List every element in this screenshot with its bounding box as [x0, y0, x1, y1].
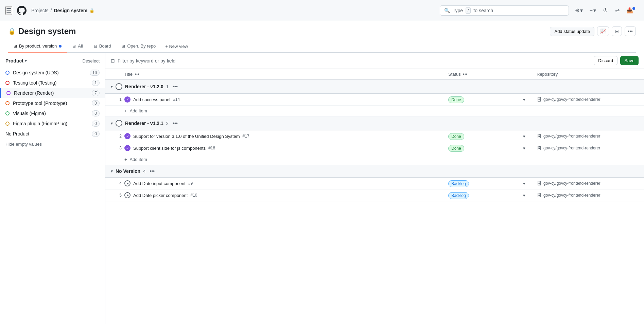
- group-count: 2: [166, 121, 169, 126]
- sidebar-item-count: 0: [92, 100, 100, 106]
- title-col-more[interactable]: •••: [135, 72, 139, 77]
- search-bar[interactable]: 🔍 Type / to search: [440, 5, 569, 16]
- row-title-text[interactable]: Add Date picker component: [133, 193, 188, 198]
- sidebar-item-design-system[interactable]: Design system (UDS) 16: [0, 68, 105, 78]
- tab-icon: ⊞: [14, 44, 17, 49]
- row-number: 1: [111, 97, 124, 102]
- row-title-text[interactable]: Support for version 3.1.0 of the Unified…: [133, 134, 240, 139]
- row-issue-number: #10: [190, 193, 197, 198]
- status-badge[interactable]: Done: [448, 96, 464, 103]
- inbox-button[interactable]: 📥: [624, 6, 639, 15]
- pr-icon: ⇌: [615, 7, 620, 14]
- page-header: 🔒 Design system Add status update 📈 ⊟ ••…: [0, 21, 644, 53]
- row-title-text[interactable]: Add success panel: [133, 97, 170, 102]
- tab-label: Open, By repo: [127, 43, 156, 49]
- product-dot-red: [5, 81, 10, 85]
- discard-button[interactable]: Discard: [594, 56, 617, 65]
- timer-button[interactable]: ⏱: [601, 6, 610, 15]
- copilot-button[interactable]: ⊕ ▾: [573, 6, 585, 15]
- view-tabs: ⊞ By product, version ⊞ All ⊟ Board ⊞ Op…: [8, 40, 636, 53]
- projects-link[interactable]: Projects: [31, 8, 49, 13]
- filter-icon: ⊟: [111, 58, 115, 63]
- sidebar-item-label: Visuals (Figma): [13, 111, 46, 116]
- row-title: ✓ Support for version 3.1.0 of the Unifi…: [124, 133, 448, 139]
- search-label: Type: [453, 8, 463, 13]
- sidebar-item-visuals[interactable]: Visuals (Figma) 0: [0, 108, 105, 119]
- status-badge[interactable]: Done: [448, 133, 464, 140]
- tab-by-product-version[interactable]: ⊞ By product, version: [8, 40, 67, 53]
- sidebar-item-renderer[interactable]: Renderer (Render) 7: [0, 88, 105, 98]
- hide-empty-values[interactable]: Hide empty values: [0, 139, 105, 149]
- row-title: Add Date picker component #10: [124, 192, 448, 198]
- repo-name: gov-cy/govcy-frontend-renderer: [543, 134, 600, 139]
- new-view-button[interactable]: + New view: [161, 41, 192, 52]
- sidebar-item-testing-tool[interactable]: Testing tool (Testing) 1: [0, 78, 105, 88]
- filter-input[interactable]: ⊟ Filter by keyword or by field: [111, 58, 594, 63]
- add-status-button[interactable]: Add status update: [550, 27, 594, 36]
- table-row: 4 Add Date input component #9 Backlog ▾ …: [105, 178, 644, 189]
- repo-name: gov-cy/govcy-frontend-renderer: [543, 193, 600, 198]
- add-item-group1[interactable]: + Add item: [105, 106, 644, 116]
- group-more-icon[interactable]: •••: [173, 84, 178, 89]
- create-chevron: ▾: [593, 7, 596, 14]
- row-title-text[interactable]: Support client side for js components: [133, 146, 206, 151]
- add-item-group2[interactable]: + Add item: [105, 154, 644, 165]
- status-col-more[interactable]: •••: [463, 72, 468, 77]
- chart-icon-button[interactable]: 📈: [597, 26, 609, 36]
- hamburger-menu[interactable]: ☰: [5, 6, 12, 15]
- repo-name: gov-cy/govcy-frontend-renderer: [543, 97, 600, 102]
- chevron-down-icon: ▾: [25, 59, 27, 63]
- repo-icon: 🗄: [537, 97, 541, 102]
- sidebar-item-no-product[interactable]: No Product 0: [0, 129, 105, 139]
- create-button[interactable]: + ▾: [588, 6, 598, 15]
- pullrequest-button[interactable]: ⇌: [613, 6, 622, 15]
- add-item-label: Add item: [130, 108, 147, 113]
- sidebar-title[interactable]: Product ▾: [5, 58, 27, 63]
- status-badge[interactable]: Done: [448, 145, 464, 152]
- repo-icon: 🗄: [537, 133, 541, 139]
- copilot-icon: ⊕: [575, 7, 579, 14]
- row-repository: 🗄 gov-cy/govcy-frontend-renderer: [537, 97, 639, 102]
- tab-board[interactable]: ⊟ Board: [88, 40, 117, 53]
- group-count: 4: [143, 169, 145, 174]
- row-title-text[interactable]: Add Date input component: [133, 181, 186, 186]
- layout-icon-button[interactable]: ⊟: [612, 26, 622, 36]
- group-chevron: ▾: [111, 169, 113, 174]
- tab-all[interactable]: ⊞ All: [67, 40, 88, 53]
- done-icon: ✓: [124, 133, 130, 139]
- status-badge[interactable]: Backlog: [448, 180, 469, 187]
- row-title: ✓ Add success panel #14: [124, 96, 448, 103]
- status-dropdown[interactable]: ▾: [523, 134, 537, 139]
- sidebar-item-prototype-tool[interactable]: Prototype tool (Prototype) 0: [0, 98, 105, 108]
- tab-icon: ⊞: [72, 44, 76, 49]
- sidebar: Product ▾ Deselect Design system (UDS) 1…: [0, 53, 105, 324]
- status-dropdown[interactable]: ▾: [523, 97, 537, 102]
- group-chevron: ▾: [111, 85, 113, 89]
- notification-dot: [632, 7, 635, 10]
- status-badge[interactable]: Backlog: [448, 192, 469, 199]
- status-dropdown[interactable]: ▾: [523, 181, 537, 186]
- tab-icon: ⊟: [94, 44, 97, 49]
- row-repository: 🗄 gov-cy/govcy-frontend-renderer: [537, 181, 639, 186]
- status-dropdown[interactable]: ▾: [523, 193, 537, 198]
- group-renderer-v1.2.0[interactable]: ▾ Renderer - v1.2.0 1 •••: [105, 80, 644, 94]
- done-icon: ✓: [124, 96, 130, 103]
- group-no-version[interactable]: ▾ No Version 4 •••: [105, 165, 644, 178]
- sidebar-item-count: 0: [92, 131, 100, 137]
- save-button[interactable]: Save: [620, 56, 639, 65]
- group-more-icon[interactable]: •••: [150, 168, 155, 174]
- inbox-icon: 📥: [626, 7, 633, 14]
- group-more-icon[interactable]: •••: [173, 121, 178, 126]
- deselect-button[interactable]: Deselect: [82, 58, 100, 63]
- group-circle-icon: [116, 120, 122, 127]
- group-renderer-v1.2.1[interactable]: ▾ Renderer - v1.2.1 2 •••: [105, 116, 644, 130]
- col-title: Title •••: [124, 72, 448, 77]
- header-actions: Add status update 📈 ⊟ •••: [550, 26, 636, 36]
- table-header: Title ••• Status ••• Repository: [105, 69, 644, 80]
- tab-open-by-repo[interactable]: ⊞ Open, By repo: [116, 40, 161, 53]
- sidebar-item-figma-plugin[interactable]: Figma plugin (FigmaPlug) 0: [0, 119, 105, 129]
- status-dropdown[interactable]: ▾: [523, 146, 537, 151]
- backlog-icon: [124, 192, 130, 198]
- breadcrumb: Projects / Design system 🔒: [31, 8, 94, 13]
- more-options-button[interactable]: •••: [625, 26, 636, 36]
